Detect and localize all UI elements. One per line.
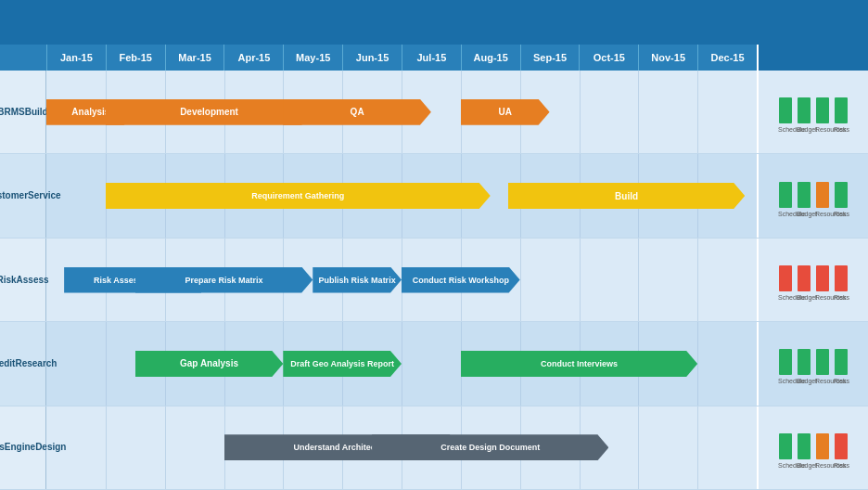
task-bar-1-0: Requirement Gathering [106, 183, 491, 209]
gantt-area-0: AnalysisDevelopmentQAUA [46, 71, 757, 153]
vgrid-11 [697, 71, 698, 153]
health-labels-row-4: ScheduleBudgetResourcesRisks [778, 462, 849, 469]
health-label-0-1: Budget [797, 126, 811, 133]
row-label-spacer [0, 45, 46, 71]
health-bar-col-3-1 [797, 349, 811, 375]
row-label-3: CreditResearch [0, 322, 46, 405]
health-bar-col-2-1 [797, 265, 811, 291]
health-label-4-2: Resources [815, 462, 830, 469]
gantt-inner-4: Understand ArchitectureCreate Design Doc… [46, 406, 757, 489]
task-bar-2-2: Publish Risk Matrix [313, 267, 402, 293]
health-label-3-3: Risks [834, 378, 849, 384]
month-cell-0: Jan-15 [46, 45, 106, 71]
header [0, 0, 868, 45]
vgrid-11 [697, 239, 698, 321]
task-bar-0-2: QA [283, 99, 431, 125]
health-bar-col-1-3 [834, 182, 849, 208]
row-label-2: RiskAssess [0, 239, 46, 321]
task-bar-4-1: Create Design Document [372, 434, 608, 460]
health-label-0-0: Schedule [778, 126, 793, 133]
gantt-inner-3: Gap AnalysisDraft Geo Analysis ReportCon… [46, 322, 757, 405]
health-label-1-1: Budget [797, 211, 811, 217]
month-row: Jan-15Feb-15Mar-15Apr-15May-15Jun-15Jul-… [0, 45, 868, 71]
vgrid-9 [580, 71, 581, 153]
health-label-2-3: Risks [834, 294, 849, 301]
health-label-1-2: Resources [815, 211, 830, 217]
health-bar-col-2-3 [834, 265, 849, 291]
health-panel-2: ScheduleBudgetResourcesRisks [757, 239, 868, 321]
months-area: Jan-15Feb-15Mar-15Apr-15May-15Jun-15Jul-… [46, 45, 757, 71]
month-cell-6: Jul-15 [402, 45, 461, 71]
task-bar-2-1: Prepare Risk Matrix [135, 267, 313, 293]
health-bar-col-1-2 [815, 182, 830, 208]
month-cell-8: Sep-15 [520, 45, 580, 71]
gantt-area-1: Requirement GatheringBuild [46, 154, 757, 237]
health-bars-0 [778, 91, 849, 123]
task-bar-2-3: Conduct Risk Workshop [402, 267, 520, 293]
health-label-3-2: Resources [815, 378, 830, 384]
vgrid-1 [106, 322, 107, 405]
task-bar-3-1: Draft Geo Analysis Report [283, 351, 402, 377]
vgrid-10 [638, 406, 639, 489]
health-label-4-1: Budget [797, 462, 811, 469]
month-cell-3: Apr-15 [223, 45, 283, 71]
health-label-4-3: Risks [834, 462, 849, 469]
vgrid-1 [106, 406, 107, 489]
month-cell-10: Nov-15 [638, 45, 697, 71]
month-cell-2: Mar-15 [165, 45, 224, 71]
health-label-3-1: Budget [797, 378, 811, 384]
health-panel-1: ScheduleBudgetResourcesRisks [757, 154, 868, 237]
gantt-area-3: Gap AnalysisDraft Geo Analysis ReportCon… [46, 322, 757, 405]
health-panel-0: ScheduleBudgetResourcesRisks [757, 71, 868, 153]
month-cell-1: Feb-15 [106, 45, 165, 71]
health-bar-col-0-2 [815, 97, 830, 123]
vgrid-10 [638, 239, 639, 321]
gantt-inner-0: AnalysisDevelopmentQAUA [46, 71, 757, 153]
health-bar-col-0-0 [778, 97, 793, 123]
vgrid-11 [697, 322, 698, 405]
gantt-area-4: Understand ArchitectureCreate Design Doc… [46, 406, 757, 489]
content-area: BRMSBuildAnalysisDevelopmentQAUASchedule… [0, 71, 868, 490]
health-bar-col-3-2 [815, 349, 830, 375]
health-panel-4: ScheduleBudgetResourcesRisks [757, 406, 868, 489]
health-panel-3: ScheduleBudgetResourcesRisks [757, 322, 868, 405]
project-row-1: CustomerServiceRequirement GatheringBuil… [0, 154, 868, 238]
health-label-1-0: Schedule [778, 211, 793, 217]
health-bar-col-1-1 [797, 182, 811, 208]
health-labels-row-1: ScheduleBudgetResourcesRisks [778, 211, 849, 217]
health-labels-row-0: ScheduleBudgetResourcesRisks [778, 126, 849, 133]
health-label-2-0: Schedule [778, 294, 793, 301]
project-row-0: BRMSBuildAnalysisDevelopmentQAUASchedule… [0, 71, 868, 154]
gantt-area-2: Risk Assessment PlanPrepare Risk MatrixP… [46, 239, 757, 321]
health-bar-col-4-1 [797, 433, 811, 459]
health-label-1-3: Risks [834, 211, 849, 217]
health-bar-col-0-3 [834, 97, 849, 123]
health-label-0-2: Resources [815, 126, 830, 133]
row-label-0: BRMSBuild [0, 71, 46, 153]
health-labels-row-3: ScheduleBudgetResourcesRisks [778, 378, 849, 384]
health-bar-col-1-0 [778, 182, 793, 208]
month-cell-7: Aug-15 [461, 45, 520, 71]
task-bar-3-0: Gap Analysis [135, 351, 284, 377]
row-label-1: CustomerService [0, 154, 46, 237]
month-cell-4: May-15 [283, 45, 342, 71]
vgrid-6 [402, 322, 402, 405]
task-bar-3-2: Conduct Interviews [461, 351, 697, 377]
gantt-inner-2: Risk Assessment PlanPrepare Risk MatrixP… [46, 239, 757, 321]
vgrid-8 [520, 239, 521, 321]
gantt-inner-1: Requirement GatheringBuild [46, 154, 757, 237]
health-bar-col-4-2 [815, 433, 830, 459]
project-row-3: CreditResearchGap AnalysisDraft Geo Anal… [0, 322, 868, 406]
month-cell-11: Dec-15 [697, 45, 757, 71]
health-labels-row-2: ScheduleBudgetResourcesRisks [778, 294, 849, 301]
health-bar-col-4-0 [778, 433, 793, 459]
health-bar-col-2-2 [815, 265, 830, 291]
health-bar-col-0-1 [797, 97, 811, 123]
vgrid-11 [697, 406, 698, 489]
health-bar-col-3-0 [778, 349, 793, 375]
health-bar-col-2-0 [778, 265, 793, 291]
health-bars-2 [778, 259, 849, 291]
task-bar-1-1: Build [508, 183, 745, 209]
task-bar-0-1: Development [106, 99, 313, 125]
month-cell-5: Jun-15 [342, 45, 402, 71]
